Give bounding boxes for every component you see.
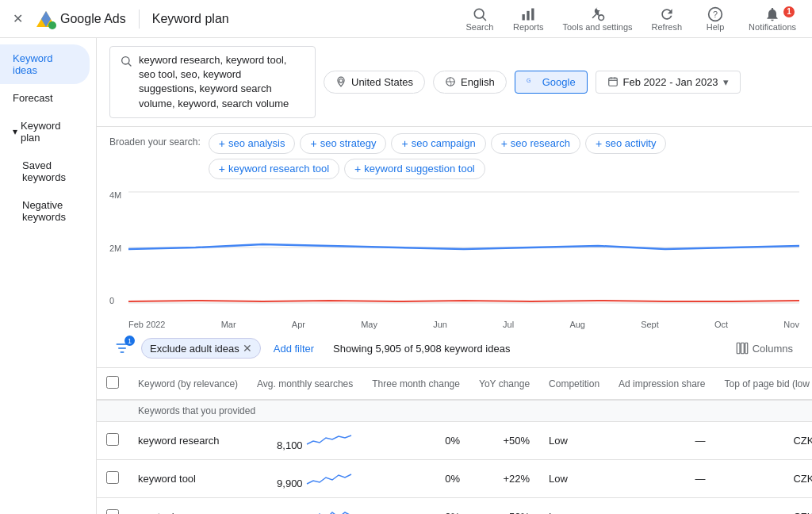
search-bar-row: keyword research, keyword tool, seo tool… [97, 38, 812, 127]
tools-icon [590, 6, 606, 22]
search-nav-label: Search [466, 22, 494, 32]
tools-nav-button[interactable]: Tools and settings [553, 3, 642, 35]
chart-x-jul: Jul [503, 320, 514, 329]
select-all-checkbox[interactable] [106, 376, 119, 389]
sparkline-0 [305, 430, 353, 449]
broaden-chip-0[interactable]: +seo analysis [209, 133, 296, 154]
broaden-chip-6[interactable]: +keyword suggestion tool [344, 159, 485, 179]
sidebar-label-keyword-plan: Keyword plan [21, 120, 77, 144]
yoy-cell-1: +22% [469, 460, 539, 498]
add-filter-button[interactable]: Add filter [267, 339, 320, 358]
page-title: Keyword plan [152, 12, 229, 26]
google-ads-logo: Google Ads [35, 8, 126, 30]
broaden-chip-4[interactable]: +seo activity [585, 133, 667, 154]
chart-y-label-2m: 2M [109, 244, 121, 253]
sidebar: Keyword ideas Forecast ▾ Keyword plan Sa… [0, 38, 97, 514]
svg-rect-23 [737, 343, 740, 355]
three-month-cell-1: 0% [362, 460, 469, 498]
chart-x-oct: Oct [714, 320, 728, 329]
chart-y-label-4m: 4M [109, 190, 121, 200]
language-filter-text: English [461, 76, 495, 88]
chart-x-jun: Jun [433, 320, 447, 329]
notification-badge: 1 [783, 6, 795, 17]
reports-nav-button[interactable]: Reports [504, 3, 553, 35]
filter-button[interactable]: 1 [109, 336, 135, 361]
refresh-icon [659, 6, 675, 22]
svg-rect-24 [741, 343, 744, 355]
three-month-cell-2: 0% [362, 498, 469, 514]
network-filter[interactable]: G Google [515, 71, 588, 94]
ad-impression-cell-0: — [609, 422, 714, 460]
broaden-chip-1[interactable]: +seo strategy [300, 133, 386, 154]
google-ads-icon [35, 8, 57, 30]
location-icon [335, 76, 347, 87]
location-filter-text: United States [351, 76, 413, 88]
search-nav-button[interactable]: Search [456, 3, 504, 35]
network-filter-text: Google [542, 76, 576, 88]
top-bid-low-cell-0: CZK39.90 [714, 422, 812, 460]
chart-svg [128, 184, 799, 311]
notifications-nav-button[interactable]: 1 Notifications [739, 3, 806, 35]
language-icon [445, 76, 456, 87]
sidebar-item-negative-keywords[interactable]: Negative keywords [0, 191, 90, 231]
chart-x-sept: Sept [641, 320, 659, 329]
top-bid-low-cell-2: CZK57.75 [714, 498, 812, 514]
svg-rect-5 [523, 14, 525, 21]
sidebar-item-keyword-plan[interactable]: ▾ Keyword plan [0, 112, 90, 152]
help-nav-button[interactable]: ? Help [691, 3, 739, 35]
svg-text:?: ? [713, 10, 718, 19]
yoy-cell-0: +50% [469, 422, 539, 460]
sidebar-item-keyword-ideas[interactable]: Keyword ideas [0, 44, 90, 84]
chart-x-apr: Apr [292, 320, 305, 329]
row-checkbox-2[interactable] [106, 509, 119, 514]
svg-text:G: G [527, 79, 530, 84]
filter-badge: 1 [124, 336, 135, 346]
remove-filter-button[interactable]: ✕ [243, 342, 252, 355]
refresh-nav-label: Refresh [652, 22, 683, 32]
sparkline-1 [305, 468, 353, 487]
col-header-yoy: YoY change [469, 368, 539, 400]
help-nav-label: Help [707, 22, 725, 32]
showing-count-text: Showing 5,905 of 5,908 keyword ideas [333, 343, 510, 355]
reports-nav-label: Reports [513, 22, 544, 32]
notifications-icon [764, 6, 780, 22]
language-filter[interactable]: English [433, 71, 507, 94]
search-box[interactable]: keyword research, keyword tool, seo tool… [109, 46, 316, 118]
help-icon: ? [707, 6, 723, 22]
chart-x-may: May [361, 320, 377, 329]
avg-monthly-cell-2: 8,100 [247, 498, 362, 514]
close-button[interactable]: ✕ [6, 8, 29, 30]
date-range-filter[interactable]: Feb 2022 - Jan 2023 ▾ [596, 71, 741, 94]
location-filter[interactable]: United States [324, 71, 425, 94]
broaden-chip-5[interactable]: +keyword research tool [209, 159, 339, 179]
top-nav-right: Search Reports Tools and settings Refres… [456, 3, 806, 35]
table-row: seo tool 8,100 0% +50% Low — CZK57.75 CZ… [97, 498, 812, 514]
filter-row: 1 Exclude adult ideas ✕ Add filter Showi… [97, 329, 812, 368]
broaden-search-row: Broaden your search: +seo analysis +seo … [97, 127, 812, 184]
competition-cell-0: Low [539, 422, 609, 460]
broaden-chip-2[interactable]: +seo campaign [391, 133, 485, 154]
col-header-top-bid-low: Top of page bid (low range) [714, 368, 812, 400]
sidebar-label-forecast: Forecast [13, 92, 53, 104]
chart-x-feb: Feb 2022 [128, 320, 165, 329]
sidebar-label-keyword-ideas: Keyword ideas [13, 52, 53, 76]
table-container: Keyword (by relevance) Avg. monthly sear… [97, 368, 812, 514]
row-checkbox-1[interactable] [106, 471, 119, 484]
columns-label: Columns [753, 343, 793, 355]
chart-x-nov: Nov [783, 320, 799, 329]
sidebar-item-forecast[interactable]: Forecast [0, 84, 90, 112]
svg-line-4 [483, 17, 486, 20]
broaden-chip-3[interactable]: +seo research [491, 133, 580, 154]
avg-monthly-cell-1: 9,900 [247, 460, 362, 498]
row-checkbox-0[interactable] [106, 433, 119, 446]
sidebar-item-saved-keywords[interactable]: Saved keywords [0, 152, 90, 191]
refresh-nav-button[interactable]: Refresh [642, 3, 692, 35]
columns-button[interactable]: Columns [729, 336, 799, 360]
keyword-cell-2: seo tool [128, 498, 247, 514]
top-nav-left: ✕ Google Ads Keyword plan [6, 8, 453, 30]
svg-rect-7 [531, 8, 534, 20]
sidebar-label-negative-keywords: Negative keywords [22, 199, 66, 223]
svg-rect-6 [527, 10, 530, 20]
reports-icon [520, 6, 536, 22]
chart-area: 4M 2M 0 Feb 2022 Mar Apr May Jun [97, 184, 812, 330]
